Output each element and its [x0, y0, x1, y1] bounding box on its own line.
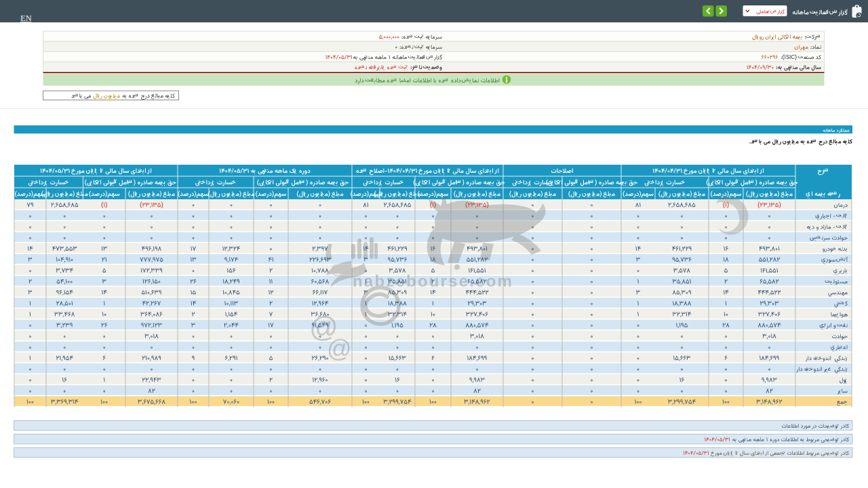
- svg-text:@: @: [327, 335, 352, 363]
- svg-text:EN: EN: [20, 14, 32, 23]
